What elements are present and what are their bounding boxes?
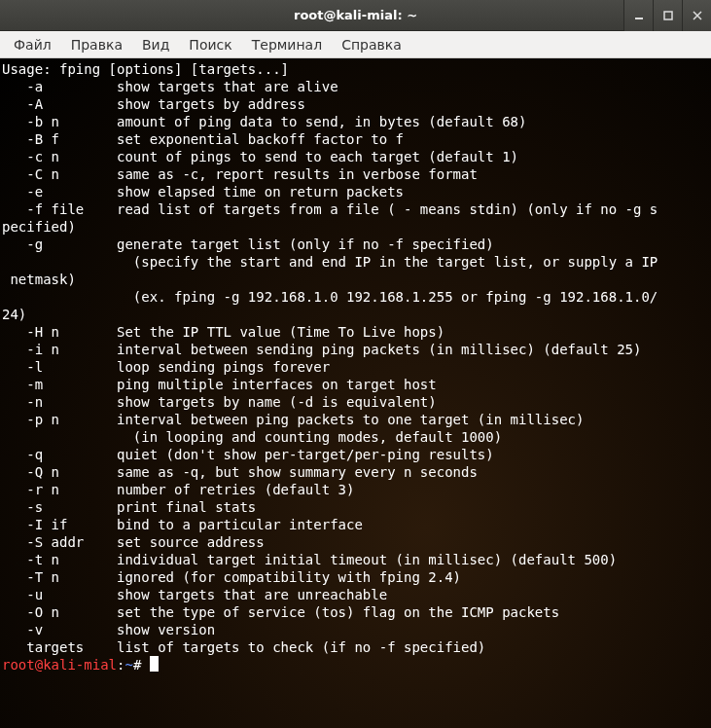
terminal-output-line: 24) xyxy=(2,306,709,323)
terminal-output-line: -f file read list of targets from a file… xyxy=(2,200,709,218)
terminal-output-line: pecified) xyxy=(2,218,709,236)
cursor xyxy=(150,656,159,672)
terminal-output-line: -l loop sending pings forever xyxy=(2,358,709,376)
minimize-button[interactable] xyxy=(623,0,653,31)
menu-edit[interactable]: Правка xyxy=(61,33,132,56)
terminal-output-line: -r n number of retries (default 3) xyxy=(2,481,709,498)
terminal-output-line: -u show targets that are unreachable xyxy=(2,586,709,603)
terminal-output-line: -a show targets that are alive xyxy=(2,78,709,95)
menu-search[interactable]: Поиск xyxy=(179,33,241,56)
terminal-output-line: -S addr set source address xyxy=(2,533,709,551)
terminal-output-line: -A show targets by address xyxy=(2,95,709,113)
terminal-output-line: targets list of targets to check (if no … xyxy=(2,638,709,656)
terminal-output-line: -I if bind to a particular interface xyxy=(2,516,709,533)
terminal-output-line: (ex. fping -g 192.168.1.0 192.168.1.255 … xyxy=(2,288,709,306)
terminal-output-line: -p n interval between ping packets to on… xyxy=(2,411,709,428)
terminal-output-line: -T n ignored (for compatibility with fpi… xyxy=(2,568,709,586)
menu-view[interactable]: Вид xyxy=(132,33,179,56)
svg-rect-0 xyxy=(635,18,643,19)
menu-help[interactable]: Справка xyxy=(332,33,411,56)
terminal-output-line: -O n set the type of service (tos) flag … xyxy=(2,603,709,621)
terminal-output-line: -g generate target list (only if no -f s… xyxy=(2,236,709,253)
terminal-output-line: -c n count of pings to send to each targ… xyxy=(2,148,709,165)
terminal-output-line: -B f set exponential backoff factor to f xyxy=(2,130,709,148)
terminal-output-line: (in looping and counting modes, default … xyxy=(2,428,709,446)
terminal-output-line: -H n Set the IP TTL value (Time To Live … xyxy=(2,323,709,341)
terminal-output-line: -b n amount of ping data to send, in byt… xyxy=(2,113,709,130)
window-title: root@kali-mial: ~ xyxy=(294,8,417,22)
terminal-area[interactable]: Usage: fping [options] [targets...] -a s… xyxy=(0,58,711,728)
menubar: Файл Правка Вид Поиск Терминал Справка xyxy=(0,31,711,58)
terminal-output-line: netmask) xyxy=(2,271,709,288)
prompt-path: ~ xyxy=(124,657,132,673)
window-controls xyxy=(623,0,711,30)
terminal-output-line: -s print final stats xyxy=(2,498,709,516)
menu-file[interactable]: Файл xyxy=(4,33,61,56)
terminal-output-line: (specify the start and end IP in the tar… xyxy=(2,253,709,271)
terminal-prompt[interactable]: root@kali-mial:~# xyxy=(2,656,709,673)
window-titlebar: root@kali-mial: ~ xyxy=(0,0,711,31)
prompt-user-host: root@kali-mial xyxy=(2,657,117,673)
terminal-output-line: -t n individual target initial timeout (… xyxy=(2,551,709,568)
terminal-output-line: Usage: fping [options] [targets...] xyxy=(2,60,709,78)
terminal-output-line: -q quiet (don't show per-target/per-ping… xyxy=(2,446,709,463)
terminal-output-line: -v show version xyxy=(2,621,709,638)
maximize-button[interactable] xyxy=(653,0,682,31)
terminal-output-line: -e show elapsed time on return packets xyxy=(2,183,709,200)
close-button[interactable] xyxy=(682,0,711,31)
menu-terminal[interactable]: Терминал xyxy=(242,33,332,56)
terminal-output-line: -C n same as -c, report results in verbo… xyxy=(2,165,709,183)
terminal-output-line: -i n interval between sending ping packe… xyxy=(2,341,709,358)
prompt-hash: # xyxy=(133,657,150,673)
terminal-output-line: -m ping multiple interfaces on target ho… xyxy=(2,376,709,393)
terminal-output-line: -n show targets by name (-d is equivalen… xyxy=(2,393,709,411)
svg-rect-1 xyxy=(664,12,672,19)
terminal-output-line: -Q n same as -q, but show summary every … xyxy=(2,463,709,481)
